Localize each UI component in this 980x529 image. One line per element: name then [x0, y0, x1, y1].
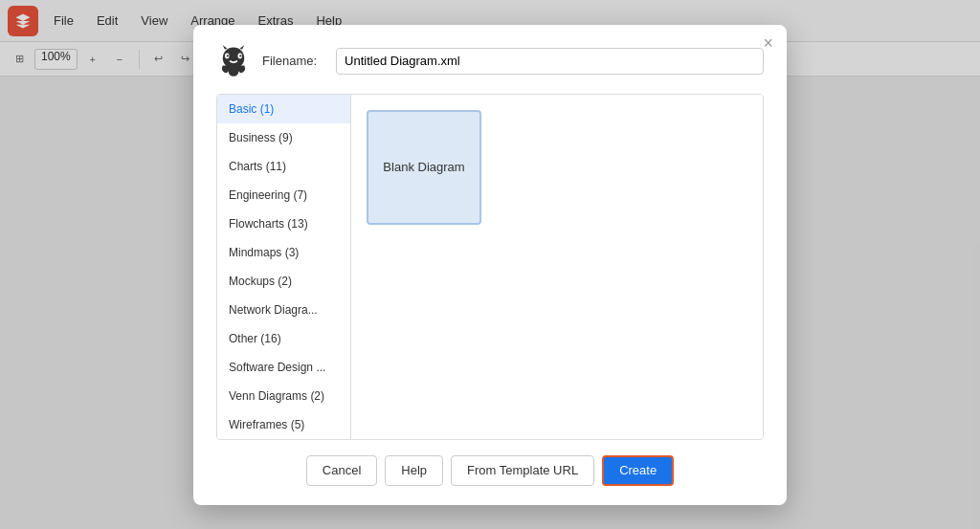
filename-input[interactable] [336, 48, 764, 75]
dialog-close-button[interactable]: × [763, 34, 773, 52]
template-category-list: Basic (1)Business (9)Charts (11)Engineer… [217, 95, 351, 439]
modal-overlay: × Filename: Basic ( [0, 0, 980, 529]
svg-point-3 [227, 55, 229, 56]
dialog-body: Basic (1)Business (9)Charts (11)Engineer… [216, 94, 764, 440]
create-button[interactable]: Create [602, 455, 674, 486]
template-category-item[interactable]: Mockups (2) [217, 267, 350, 296]
help-button[interactable]: Help [385, 455, 443, 486]
template-category-item[interactable]: Software Design ... [217, 353, 350, 382]
template-category-item[interactable]: Other (16) [217, 324, 350, 353]
template-category-item[interactable]: Basic (1) [217, 95, 350, 123]
template-grid: Blank Diagram [351, 95, 763, 439]
filename-label: Filename: [262, 54, 317, 68]
octocat-icon [216, 44, 251, 78]
new-diagram-dialog: × Filename: Basic ( [193, 25, 787, 505]
cancel-button[interactable]: Cancel [306, 455, 377, 486]
from-template-url-button[interactable]: From Template URL [451, 455, 594, 486]
template-category-item[interactable]: Business (9) [217, 123, 350, 152]
template-category-item[interactable]: Engineering (7) [217, 181, 350, 209]
dialog-header: Filename: [216, 44, 764, 78]
template-category-item[interactable]: Wireframes (5) [217, 410, 350, 439]
template-category-item[interactable]: Venn Diagrams (2) [217, 382, 350, 410]
blank-diagram-card[interactable]: Blank Diagram [367, 110, 481, 225]
template-category-item[interactable]: Charts (11) [217, 152, 350, 181]
dialog-footer: Cancel Help From Template URL Create [216, 455, 764, 486]
template-category-item[interactable]: Mindmaps (3) [217, 238, 350, 267]
template-category-item[interactable]: Flowcharts (13) [217, 209, 350, 238]
template-category-item[interactable]: Network Diagra... [217, 296, 350, 324]
svg-point-4 [239, 55, 241, 56]
